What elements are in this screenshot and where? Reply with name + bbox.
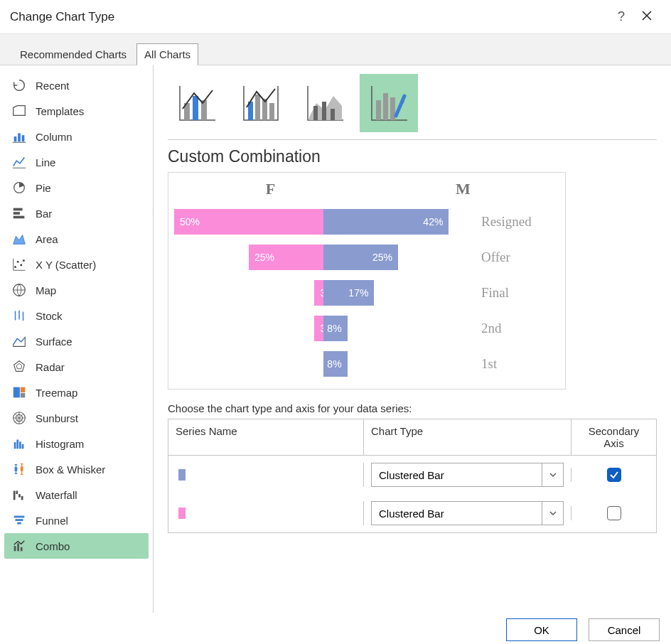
preview-m-value: 17% — [348, 287, 368, 299]
subtype-custom-combination[interactable] — [360, 74, 418, 132]
sidebar-item-label: Combo — [36, 540, 70, 552]
chart-preview[interactable]: F M 50%42%Resigned25%25%Offer3%17%Final3… — [168, 172, 566, 390]
sidebar-item-bar[interactable]: Bar — [4, 200, 149, 226]
sidebar-item-treemap[interactable]: Treemap — [4, 380, 149, 405]
sidebar-item-recent[interactable]: Recent — [4, 73, 149, 98]
title-bar: Change Chart Type ? — [0, 0, 671, 34]
tab-recommended-charts[interactable]: Recommended Charts — [13, 44, 134, 65]
main-panel: Custom Combination F M 50%42%Resigned25%… — [154, 65, 671, 613]
sidebar-item-column[interactable]: Column — [4, 124, 149, 149]
secondary-axis-checkbox[interactable] — [607, 468, 621, 482]
svg-point-8 — [17, 261, 19, 263]
svg-rect-27 — [14, 516, 25, 518]
svg-rect-23 — [14, 491, 16, 500]
svg-rect-5 — [14, 212, 20, 215]
scatter-icon — [10, 256, 28, 273]
tab-all-charts[interactable]: All Charts — [136, 43, 198, 65]
preview-category-label: 1st — [473, 356, 559, 372]
preview-f-value: 50% — [180, 216, 200, 227]
dialog-title: Change Chart Type — [10, 10, 610, 24]
svg-rect-30 — [14, 546, 16, 551]
chart-type-dropdown[interactable]: Clustered Bar — [371, 463, 564, 487]
sidebar-item-label: Bar — [36, 208, 52, 220]
svg-rect-22 — [21, 466, 23, 471]
sidebar-item-label: Line — [36, 156, 55, 168]
svg-rect-40 — [313, 106, 318, 120]
sidebar-item-histogram[interactable]: Histogram — [4, 431, 149, 456]
preview-f-value: 25% — [254, 252, 274, 263]
preview-m-value: 42% — [423, 216, 443, 227]
sidebar-item-scatter[interactable]: X Y (Scatter) — [4, 252, 149, 277]
subtype-stacked-area-column[interactable] — [296, 74, 354, 132]
sidebar-item-sunburst[interactable]: Sunburst — [4, 405, 149, 431]
series-head-type: Chart Type — [363, 419, 571, 455]
recent-icon — [10, 77, 28, 94]
cancel-button[interactable]: Cancel — [589, 618, 660, 641]
templates-icon — [10, 102, 28, 119]
sidebar-item-area[interactable]: Area — [4, 226, 149, 252]
preview-header-m: M — [367, 180, 559, 198]
svg-rect-32 — [21, 547, 23, 552]
help-button[interactable]: ? — [610, 9, 633, 24]
sidebar-item-line[interactable]: Line — [4, 149, 149, 175]
sidebar-item-box-whisker[interactable]: Box & Whisker — [4, 456, 149, 482]
sidebar-item-surface[interactable]: Surface — [4, 328, 149, 354]
funnel-icon — [10, 512, 28, 529]
close-button[interactable] — [633, 10, 661, 24]
series-head-name: Series Name — [168, 419, 363, 455]
sidebar-item-label: Box & Whisker — [36, 463, 105, 476]
sidebar-item-stock[interactable]: Stock — [4, 303, 149, 328]
svg-rect-4 — [14, 208, 23, 211]
sidebar-item-pie[interactable]: Pie — [4, 175, 149, 200]
bar-icon — [10, 205, 28, 222]
sidebar-item-label: Surface — [36, 336, 73, 348]
svg-rect-13 — [21, 387, 25, 392]
sidebar-item-label: Map — [36, 284, 56, 296]
radar-icon — [10, 358, 28, 375]
dialog-footer: OK Cancel — [0, 613, 671, 641]
preview-category-label: Resigned — [473, 214, 559, 230]
sidebar-item-label: Stock — [36, 310, 63, 322]
sidebar-item-funnel[interactable]: Funnel — [4, 508, 149, 533]
svg-rect-28 — [16, 519, 23, 521]
subtype-clustered-column-line-secondary[interactable] — [232, 74, 290, 132]
map-icon — [10, 281, 28, 299]
preview-row: 3%17%Final — [174, 275, 559, 311]
sunburst-icon — [10, 409, 28, 426]
chart-type-dropdown[interactable]: Clustered Bar — [371, 501, 564, 525]
svg-rect-21 — [15, 467, 18, 471]
box-whisker-icon — [10, 461, 28, 478]
svg-rect-31 — [17, 543, 19, 551]
combo-subtype-row — [168, 74, 657, 132]
sidebar-item-label: Area — [36, 233, 58, 245]
svg-rect-25 — [18, 494, 21, 498]
svg-rect-41 — [322, 102, 326, 120]
sidebar-item-waterfall[interactable]: Waterfall — [4, 482, 149, 508]
svg-point-9 — [20, 264, 22, 267]
svg-rect-29 — [17, 522, 21, 525]
sidebar-item-label: Recent — [36, 80, 70, 92]
ok-button[interactable]: OK — [506, 618, 577, 641]
svg-point-7 — [14, 266, 16, 268]
chart-type-value: Clustered Bar — [372, 508, 542, 520]
preview-row: 3%8%2nd — [174, 311, 559, 346]
svg-rect-17 — [14, 442, 16, 449]
preview-category-label: Final — [473, 285, 559, 301]
svg-rect-43 — [376, 100, 381, 120]
sidebar-item-label: Column — [36, 131, 73, 143]
secondary-axis-checkbox[interactable] — [607, 506, 621, 520]
svg-point-10 — [23, 259, 25, 262]
subtype-clustered-column-line[interactable] — [168, 74, 226, 132]
series-swatch — [178, 508, 186, 519]
sidebar-item-combo[interactable]: Combo — [4, 533, 149, 559]
chart-type-sidebar: Recent Templates Column Line Pie Bar Are… — [0, 65, 154, 613]
chevron-down-icon — [542, 502, 563, 525]
svg-rect-14 — [21, 393, 25, 397]
svg-rect-42 — [331, 109, 335, 120]
svg-rect-34 — [193, 96, 198, 120]
sidebar-item-radar[interactable]: Radar — [4, 354, 149, 380]
series-caption: Choose the chart type and axis for your … — [168, 402, 657, 414]
sidebar-item-templates[interactable]: Templates — [4, 98, 149, 124]
sidebar-item-map[interactable]: Map — [4, 277, 149, 303]
sidebar-item-label: X Y (Scatter) — [36, 259, 96, 271]
